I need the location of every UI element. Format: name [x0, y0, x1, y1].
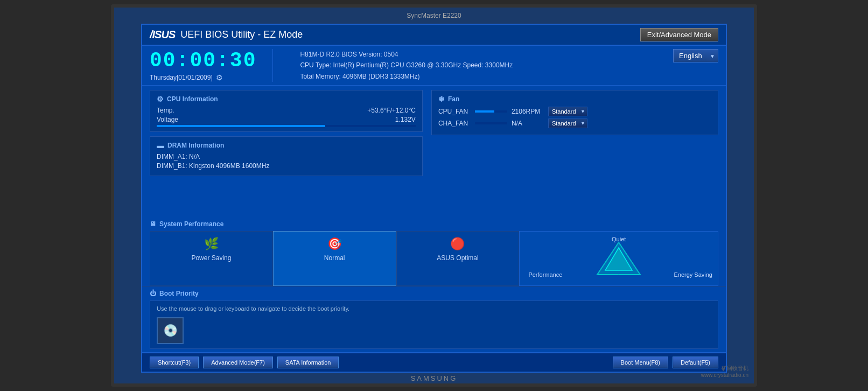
clock-section: 00:00:30 Thursday[01/01/2009] ⚙ [150, 49, 256, 82]
asus-optimal-label: ASUS Optimal [437, 254, 478, 262]
asus-logo: /ISUS UEFI BIOS Utility - EZ Mode [150, 29, 303, 41]
top-info-left: 00:00:30 Thursday[01/01/2009] ⚙ H81M-D R… [150, 49, 523, 82]
normal-icon: 🎯 [327, 237, 342, 251]
perf-icon: 🖥 [150, 220, 156, 228]
perf-mode-power-saving[interactable]: 🌿 Power Saving [150, 231, 273, 286]
fan-section: ❄ Fan CPU_FAN 2106RPM Standard Silent [431, 90, 718, 135]
dimm-a1-row: DIMM_A1: N/A [157, 153, 416, 160]
cpu-info-line: CPU Type: Intel(R) Pentium(R) CPU G3260 … [300, 60, 513, 71]
perf-mode-normal[interactable]: 🎯 Normal [273, 231, 396, 286]
cpu-temp-row: Temp. +53.6°F/+12.0°C [157, 107, 416, 114]
perf-mode-asus-optimal[interactable]: 🔴 ASUS Optimal [396, 231, 520, 286]
watermark-site: www.crystalradio.cn [701, 372, 748, 378]
boot-area: Use the mouse to drag or keyboard to nav… [150, 301, 718, 349]
cha-fan-preset-select[interactable]: Standard Silent Turbo [548, 118, 587, 128]
cha-fan-bar [475, 122, 507, 124]
voltage-label: Voltage [157, 116, 178, 123]
advanced-mode-button[interactable]: Advanced Mode(F7) [203, 357, 273, 368]
bios-screen: /ISUS UEFI BIOS Utility - EZ Mode Exit/A… [141, 24, 727, 373]
radar-chart [586, 237, 651, 280]
hdd-icon: 💿 [163, 324, 178, 338]
date-row: Thursday[01/01/2009] ⚙ [150, 73, 223, 82]
cha-fan-speed: N/A [512, 120, 544, 127]
boot-priority-section: ⏻ Boot Priority Use the mouse to drag or… [142, 286, 726, 352]
temp-value: +53.6°F/+12.0°C [367, 107, 416, 114]
power-saving-icon: 🌿 [204, 237, 219, 251]
date-label: Thursday[01/01/2009] [150, 74, 213, 81]
settings-gear-icon[interactable]: ⚙ [216, 73, 223, 82]
cpu-icon: ⚙ [157, 95, 164, 103]
bottom-bar: Shortcut(F3) Advanced Mode(F7) SATA Info… [142, 352, 726, 372]
left-panel: ⚙ CPU Information Temp. +53.6°F/+12.0°C … [150, 90, 423, 213]
main-content: ⚙ CPU Information Temp. +53.6°F/+12.0°C … [142, 86, 726, 217]
fan-icon: ❄ [438, 95, 445, 103]
boot-menu-button[interactable]: Boot Menu(F8) [613, 357, 668, 368]
dimm-b1-row: DIMM_B1: Kingston 4096MB 1600MHz [157, 162, 416, 170]
language-selector-wrapper[interactable]: English Chinese [673, 49, 718, 62]
language-select[interactable]: English Chinese [673, 49, 718, 62]
samsung-brand-label: SAMSUNG [411, 374, 458, 382]
cpu-section-title: ⚙ CPU Information [157, 95, 416, 103]
voltage-bar-fill [157, 125, 325, 127]
dram-icon: ▬ [157, 141, 164, 150]
bottom-left-buttons: Shortcut(F3) Advanced Mode(F7) SATA Info… [150, 357, 339, 368]
system-info: H81M-D R2.0 BIOS Version: 0504 CPU Type:… [289, 49, 523, 82]
watermark-label: 矿回收音机 [701, 365, 748, 372]
bios-header: /ISUS UEFI BIOS Utility - EZ Mode Exit/A… [142, 25, 726, 46]
boot-device-hdd[interactable]: 💿 [157, 317, 184, 344]
fan-section-title: ❄ Fan [438, 95, 711, 103]
monitor-frame: SyncMaster E2220 /ISUS UEFI BIOS Utility… [111, 4, 757, 387]
clock-display: 00:00:30 [150, 49, 256, 72]
performance-section: 🖥 System Performance 🌿 Power Saving 🎯 No… [142, 217, 726, 286]
cha-fan-name: CHA_FAN [438, 120, 471, 127]
radar-energy-label: Energy Saving [674, 271, 712, 278]
perf-section-title: 🖥 System Performance [150, 220, 718, 228]
cpu-info-section: ⚙ CPU Information Temp. +53.6°F/+12.0°C … [150, 90, 423, 132]
radar-performance-label: Performance [528, 271, 562, 278]
cpu-fan-bar [475, 110, 507, 113]
boot-hint: Use the mouse to drag or keyboard to nav… [157, 305, 711, 312]
cpu-fan-speed: 2106RPM [512, 108, 544, 115]
cpu-fan-row: CPU_FAN 2106RPM Standard Silent Turbo [438, 107, 711, 116]
watermark: 矿回收音机 www.crystalradio.cn [701, 365, 748, 378]
memory-info-line: Total Memory: 4096MB (DDR3 1333MHz) [300, 71, 513, 82]
cpu-fan-preset-select[interactable]: Standard Silent Turbo [548, 107, 587, 116]
cpu-voltage-row: Voltage 1.132V [157, 116, 416, 123]
vertical-divider [272, 49, 273, 82]
radar-chart-area: Quiet Performance Energy Saving [519, 231, 718, 286]
boot-title: ⏻ Boot Priority [150, 290, 718, 297]
right-panel: ❄ Fan CPU_FAN 2106RPM Standard Silent [423, 90, 718, 213]
voltage-value: 1.132V [395, 116, 416, 123]
dram-info-section: ▬ DRAM Information DIMM_A1: N/A DIMM_B1:… [150, 136, 423, 176]
shortcut-button[interactable]: Shortcut(F3) [150, 357, 199, 368]
top-info-bar: 00:00:30 Thursday[01/01/2009] ⚙ H81M-D R… [142, 46, 726, 86]
board-info: H81M-D R2.0 BIOS Version: 0504 [300, 49, 513, 60]
cpu-fan-preset-wrapper[interactable]: Standard Silent Turbo [548, 107, 587, 116]
cha-fan-row: CHA_FAN N/A Standard Silent Turbo [438, 118, 711, 128]
sata-info-button[interactable]: SATA Information [277, 357, 339, 368]
power-saving-label: Power Saving [191, 254, 231, 262]
asus-optimal-icon: 🔴 [450, 237, 465, 251]
voltage-bar [157, 125, 416, 127]
monitor-model-label: SyncMaster E2220 [407, 12, 461, 19]
boot-icon: ⏻ [150, 290, 156, 297]
temp-label: Temp. [157, 107, 174, 114]
radar-quiet-label: Quiet [612, 236, 626, 242]
cha-fan-preset-wrapper[interactable]: Standard Silent Turbo [548, 118, 587, 128]
cpu-fan-bar-fill [475, 110, 494, 113]
bios-title: UEFI BIOS Utility - EZ Mode [180, 29, 303, 40]
normal-label: Normal [324, 254, 345, 262]
cpu-fan-name: CPU_FAN [438, 108, 471, 115]
perf-modes-container: 🌿 Power Saving 🎯 Normal 🔴 ASUS Optimal Q… [150, 231, 718, 286]
dram-section-title: ▬ DRAM Information [157, 141, 416, 150]
asus-brand: /ISUS [150, 29, 175, 41]
exit-advanced-mode-button[interactable]: Exit/Advanced Mode [640, 28, 718, 41]
